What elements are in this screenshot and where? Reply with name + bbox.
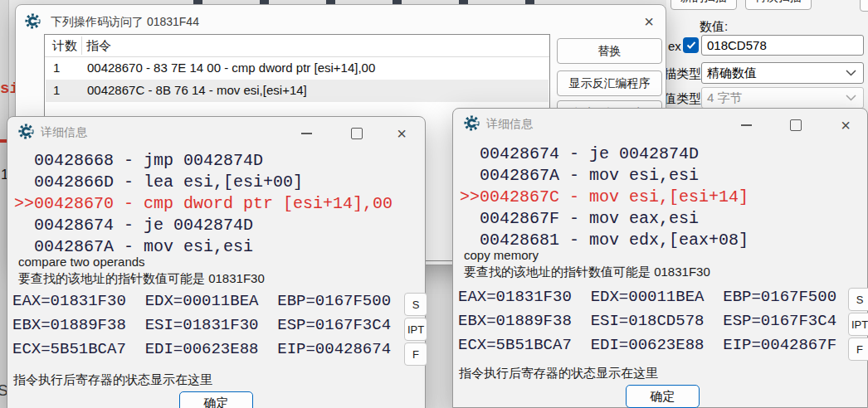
minimize-icon[interactable] bbox=[294, 124, 319, 143]
maximize-icon[interactable] bbox=[783, 115, 808, 135]
register-line: ECX=5B51BCA7 EDI=00623E88 EIP=0042867F bbox=[458, 336, 836, 354]
value-input[interactable]: 018CD578 bbox=[701, 35, 864, 56]
opcode-row[interactable]: 1 0042867C - 8B 76 14 - mov esi,[esi+14] bbox=[46, 80, 549, 102]
next-scan-button[interactable]: 再次扫描 bbox=[745, 0, 812, 10]
status-text: 指令执行后寄存器的状态显示在这里 bbox=[459, 366, 658, 381]
stack-view-button[interactable]: S bbox=[404, 293, 427, 316]
opcode-count: 1 bbox=[53, 83, 60, 97]
disasm-line: 0042867F - mov eax,esi bbox=[460, 208, 699, 230]
stack-view-button[interactable]: S bbox=[848, 288, 868, 311]
scan-type-label: 描类型 bbox=[664, 66, 701, 82]
cheat-engine-icon bbox=[18, 124, 34, 139]
replace-button[interactable]: 替换 bbox=[557, 38, 662, 64]
operation-hint: copy memory bbox=[464, 248, 539, 262]
close-icon[interactable]: × bbox=[833, 115, 858, 135]
status-text: 指令执行后寄存器的状态显示在这里 bbox=[13, 372, 212, 388]
disasm-line: 00428674 - je 0042874D bbox=[460, 143, 699, 165]
extra-info-dialog-right: 详细信息 × 00428674 - je 0042874D 0042867A -… bbox=[452, 108, 868, 408]
next-scan-label: 再次扫描 bbox=[755, 0, 802, 5]
extra-info-dialog-left: 详细信息 × 00428668 - jmp 0042874D 0042866D … bbox=[7, 116, 426, 408]
replace-label: 替换 bbox=[598, 44, 622, 59]
new-scan-button[interactable]: 新的扫描 bbox=[671, 0, 737, 10]
disasm-line: 00428674 - je 0042874D bbox=[14, 215, 253, 236]
pointer-hint: 要查找的该地址的指针数值可能是 01831F30 bbox=[464, 265, 710, 280]
opcode-count: 1 bbox=[53, 61, 60, 75]
clipped-button-fragment[interactable] bbox=[860, 0, 868, 12]
opcode-row[interactable]: 1 00428670 - 83 7E 14 00 - cmp dword ptr… bbox=[46, 57, 549, 80]
disasm-line-current: >>00428670 - cmp dword ptr [esi+14],00 bbox=[14, 193, 393, 215]
register-line: EAX=01831F30 EDX=00011BEA EBP=0167F500 bbox=[12, 292, 391, 310]
column-separator bbox=[81, 36, 82, 55]
register-line: EBX=01889F38 ESI=01831F30 ESP=0167F3C4 bbox=[12, 316, 391, 334]
ok-button[interactable]: 确定 bbox=[626, 385, 700, 408]
disasm-line: 0042867A - mov esi,esi bbox=[460, 165, 699, 187]
show-disassembler-button[interactable]: 显示反汇编程序 bbox=[557, 70, 662, 96]
hex-checkbox[interactable] bbox=[683, 37, 699, 53]
value-type-value: 4 字节 bbox=[707, 90, 743, 106]
pointer-hint: 要查找的该地址的指针数值可能是 01831F30 bbox=[18, 271, 265, 287]
register-line: EBX=01889F38 ESI=018CD578 ESP=0167F3C4 bbox=[458, 312, 836, 330]
float-view-button[interactable]: F bbox=[404, 342, 427, 366]
cheat-engine-icon bbox=[464, 115, 480, 131]
scan-type-dropdown[interactable]: 精确数值 bbox=[701, 62, 864, 84]
background-red-dash-fragment bbox=[0, 139, 7, 143]
float-view-button[interactable]: F bbox=[848, 338, 868, 361]
chevron-down-icon bbox=[846, 70, 856, 76]
dialog-title: 详细信息 bbox=[41, 125, 87, 140]
count-column-header[interactable]: 计数 bbox=[52, 38, 77, 54]
ipt-button[interactable]: IPT bbox=[404, 318, 427, 341]
register-line: ECX=5B51BCA7 EDI=00623E88 EIP=00428674 bbox=[12, 340, 391, 358]
window-title: 下列操作码访问了 01831F44 bbox=[51, 15, 199, 30]
hex-label: ex bbox=[668, 39, 681, 53]
disasm-line: 0042866D - lea esi,[esi+00] bbox=[14, 172, 303, 193]
disasm-line-current: >>0042867C - mov esi,[esi+14] bbox=[460, 187, 749, 208]
list-header: 计数 指令 bbox=[45, 35, 549, 57]
instruction-column-header[interactable]: 指令 bbox=[86, 38, 111, 54]
new-scan-label: 新的扫描 bbox=[680, 0, 727, 5]
operation-hint: compare two operands bbox=[18, 255, 145, 269]
opcode-instruction: 00428670 - 83 7E 14 00 - cmp dword ptr [… bbox=[87, 61, 375, 75]
value-input-text: 018CD578 bbox=[707, 38, 767, 52]
cheat-engine-icon bbox=[25, 13, 41, 29]
value-type-label: 值类型 bbox=[664, 91, 701, 107]
close-icon[interactable]: × bbox=[389, 124, 414, 143]
opcode-instruction: 0042867C - 8B 76 14 - mov esi,[esi+14] bbox=[87, 83, 307, 97]
show-disassembler-label: 显示反汇编程序 bbox=[569, 76, 651, 91]
screen: si 1 S 新的扫描 再次扫描 数值: ex 018CD578 描类型 精确数… bbox=[0, 0, 868, 408]
minimize-icon[interactable] bbox=[734, 115, 758, 135]
ok-button[interactable]: 确定 bbox=[179, 391, 253, 408]
check-icon bbox=[686, 41, 696, 50]
value-type-dropdown[interactable]: 4 字节 bbox=[701, 87, 864, 109]
maximize-icon[interactable] bbox=[344, 124, 369, 143]
register-line: EAX=01831F30 EDX=00011BEA EBP=0167F500 bbox=[458, 288, 836, 306]
close-icon[interactable]: × bbox=[638, 12, 660, 32]
dialog-title: 详细信息 bbox=[486, 117, 533, 132]
chevron-down-icon bbox=[846, 95, 856, 101]
disasm-line: 00428668 - jmp 0042874D bbox=[14, 150, 263, 172]
ipt-button[interactable]: IPT bbox=[848, 313, 868, 336]
value-label: 数值: bbox=[700, 19, 728, 35]
scan-type-value: 精确数值 bbox=[707, 66, 757, 81]
